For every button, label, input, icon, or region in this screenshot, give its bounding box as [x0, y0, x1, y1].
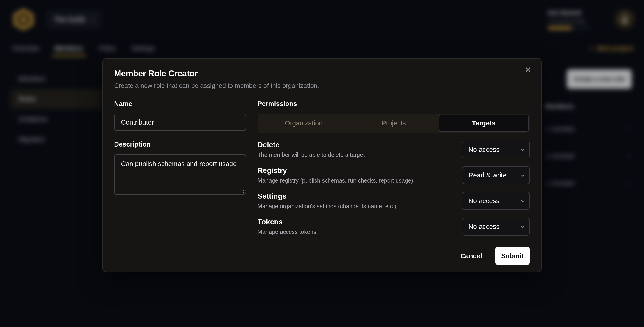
permission-description: Manage access tokens [258, 229, 316, 235]
description-field-wrap: Can publish schemas and report usage [114, 154, 246, 195]
cancel-button[interactable]: Cancel [454, 248, 488, 264]
permission-title: Delete [258, 141, 365, 149]
role-identity-column: Name Description Can publish schemas and… [114, 100, 246, 265]
permission-row-tokens: Tokens Manage access tokens No access [258, 218, 530, 236]
perm-tab-targets[interactable]: Targets [439, 115, 529, 132]
description-label: Description [114, 141, 246, 148]
registry-access-select[interactable]: Read & write [462, 166, 530, 184]
modal-subtitle: Create a new role that can be assigned t… [114, 82, 530, 89]
permission-description: Manage organization's settings (change i… [258, 203, 396, 210]
chevron-down-icon [521, 224, 525, 228]
permissions-scope-tabs: Organization Projects Targets [258, 113, 530, 133]
select-value: No access [468, 146, 500, 153]
modal-title: Member Role Creator [114, 69, 530, 78]
permission-row-text: Delete The member will be able to delete… [258, 141, 365, 158]
select-value: No access [468, 223, 500, 231]
settings-access-select[interactable]: No access [462, 192, 530, 210]
modal-body: Name Description Can publish schemas and… [114, 100, 530, 265]
permission-title: Settings [258, 192, 396, 200]
permission-row-delete: Delete The member will be able to delete… [258, 141, 530, 158]
permission-title: Registry [258, 166, 413, 175]
permission-title: Tokens [258, 218, 316, 226]
permission-row-registry: Registry Manage registry (publish schema… [258, 166, 530, 184]
permission-row-text: Registry Manage registry (publish schema… [258, 166, 413, 184]
permission-row-text: Tokens Manage access tokens [258, 218, 316, 235]
role-name-input[interactable] [114, 113, 246, 131]
select-value: No access [468, 197, 500, 205]
member-role-creator-modal: ✕ Member Role Creator Create a new role … [102, 58, 542, 272]
modal-footer: Cancel Submit [258, 247, 530, 265]
close-icon[interactable]: ✕ [522, 64, 534, 75]
permission-description: Manage registry (publish schemas, run ch… [258, 177, 413, 184]
select-value: Read & write [468, 172, 506, 179]
permission-description: The member will be able to delete a targ… [258, 152, 365, 158]
perm-tab-projects[interactable]: Projects [348, 115, 438, 132]
chevron-down-icon [521, 147, 525, 151]
chevron-down-icon [521, 173, 525, 177]
tokens-access-select[interactable]: No access [462, 218, 530, 236]
perm-tab-organization[interactable]: Organization [259, 115, 348, 132]
role-description-textarea[interactable]: Can publish schemas and report usage [114, 154, 246, 195]
permission-row-settings: Settings Manage organization's settings … [258, 192, 530, 210]
permissions-column: Permissions Organization Projects Target… [258, 100, 530, 265]
submit-button[interactable]: Submit [495, 247, 530, 265]
name-label: Name [114, 100, 246, 108]
chevron-down-icon [521, 198, 525, 202]
delete-access-select[interactable]: No access [462, 141, 530, 158]
permissions-label: Permissions [258, 100, 530, 108]
permission-row-text: Settings Manage organization's settings … [258, 192, 396, 210]
